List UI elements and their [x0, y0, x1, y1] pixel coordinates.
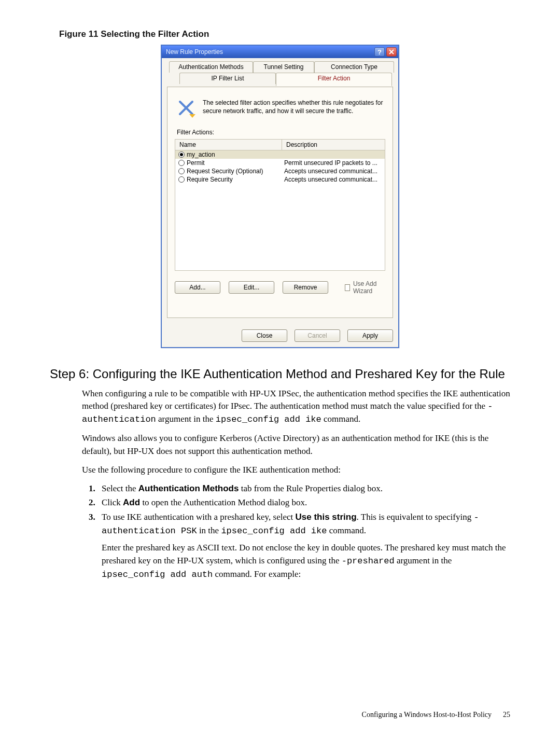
page-footer: Configuring a Windows Host-to-Host Polic… — [362, 711, 510, 719]
row-name: Require Security — [187, 176, 284, 183]
text: in the — [197, 526, 221, 535]
list-header: Name Description — [175, 139, 385, 150]
figure-caption: Figure 11 Selecting the Filter Action — [59, 29, 510, 39]
add-button[interactable]: Add... — [175, 281, 220, 294]
list-item[interactable]: Require Security Accepts unsecured commu… — [175, 175, 385, 184]
row-desc: Accepts unsecured communicat... — [284, 168, 385, 175]
bold-term: Use this string — [295, 512, 356, 522]
footer-page-number: 25 — [503, 711, 510, 719]
col-description[interactable]: Description — [282, 140, 385, 150]
tab-auth-methods[interactable]: Authentication Methods — [169, 61, 253, 73]
row-name: Permit — [187, 159, 284, 167]
close-button[interactable]: Close — [242, 329, 287, 342]
close-icon[interactable] — [386, 47, 397, 57]
tab-connection-type[interactable]: Connection Type — [314, 61, 394, 73]
checkbox-icon[interactable] — [345, 284, 350, 291]
paragraph: Use the following procedure to configure… — [82, 464, 510, 476]
text: To use IKE authentication with a preshar… — [102, 512, 295, 522]
cancel-button: Cancel — [295, 329, 340, 342]
filter-actions-list: my_action Permit Permit unsecured IP pac… — [175, 150, 385, 271]
radio-icon[interactable] — [178, 160, 185, 166]
tab-panel-filter-action: The selected filter action specifies whe… — [167, 87, 393, 318]
apply-button[interactable]: Apply — [347, 329, 393, 342]
dialog-window: New Rule Properties ? Authentication Met… — [161, 45, 399, 348]
dialog-titlebar: New Rule Properties ? — [162, 46, 398, 58]
row-name: my_action — [187, 151, 284, 158]
bold-term: Add — [123, 498, 140, 507]
text: Click — [102, 498, 123, 507]
paragraph: Windows also allows you to configure Ker… — [82, 432, 510, 457]
list-step: Select the Authentication Methods tab fr… — [97, 482, 510, 495]
row-name: Request Security (Optional) — [187, 168, 284, 175]
list-item[interactable]: Permit Permit unsecured IP packets to ..… — [175, 159, 385, 167]
row-desc: Accepts unsecured communicat... — [284, 176, 385, 183]
text: argument in the — [395, 556, 452, 565]
text: . This is equivalent to specifying — [357, 512, 474, 522]
text: argument in the — [156, 414, 216, 424]
list-item[interactable]: my_action — [175, 150, 385, 159]
radio-icon[interactable] — [178, 168, 185, 174]
code: ipsec_config add ike — [221, 526, 327, 536]
list-item[interactable]: Request Security (Optional) Accepts unse… — [175, 167, 385, 175]
checkbox-label: Use Add Wizard — [353, 280, 385, 295]
radio-icon[interactable] — [178, 151, 185, 158]
list-step: Click Add to open the Authentication Met… — [97, 496, 510, 509]
step-heading: Step 6: Configuring the IKE Authenticati… — [50, 367, 510, 381]
code: ipsec_config add auth — [102, 570, 213, 579]
dialog-title: New Rule Properties — [166, 48, 223, 56]
text: command. — [321, 414, 361, 424]
row-desc: Permit unsecured IP packets to ... — [284, 159, 385, 167]
use-add-wizard-checkbox[interactable]: Use Add Wizard — [345, 280, 385, 295]
tab-filter-action[interactable]: Filter Action — [276, 73, 392, 86]
text: to open the Authentication Method dialog… — [140, 498, 307, 507]
filter-action-icon — [177, 99, 195, 117]
filter-action-message: The selected filter action specifies whe… — [203, 99, 383, 115]
filter-actions-label: Filter Actions: — [177, 129, 385, 136]
text: tab from the Rule Properties dialog box. — [239, 483, 383, 493]
edit-button[interactable]: Edit... — [229, 281, 274, 294]
text: command. For example: — [213, 569, 301, 579]
list-step: To use IKE authentication with a preshar… — [97, 511, 510, 581]
remove-button[interactable]: Remove — [283, 281, 328, 294]
tab-ip-filter-list[interactable]: IP Filter List — [179, 73, 276, 84]
footer-section: Configuring a Windows Host-to-Host Polic… — [362, 711, 492, 719]
code: -preshared — [342, 556, 395, 566]
paragraph: When configuring a rule to be compatible… — [82, 388, 510, 426]
text: Select the — [102, 483, 138, 493]
text: command. — [327, 526, 366, 535]
text: When configuring a rule to be compatible… — [82, 389, 510, 411]
help-icon[interactable]: ? — [374, 47, 385, 57]
tab-tunnel-setting[interactable]: Tunnel Setting — [253, 61, 314, 73]
col-name[interactable]: Name — [175, 140, 282, 150]
sub-paragraph: Enter the preshared key as ASCII text. D… — [102, 542, 510, 581]
radio-icon[interactable] — [178, 176, 185, 183]
bold-term: Authentication Methods — [138, 483, 239, 493]
code: ipsec_config add ike — [216, 415, 321, 424]
